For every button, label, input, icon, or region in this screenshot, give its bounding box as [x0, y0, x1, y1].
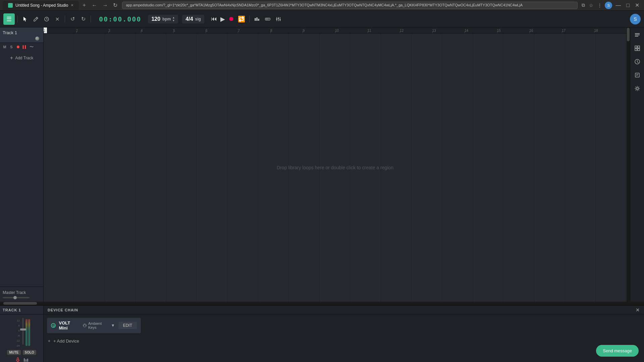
ruler-line-11	[368, 31, 368, 33]
track-lane[interactable]: Drop library loops here or double click …	[44, 34, 627, 302]
power-icon: ⏻	[52, 324, 55, 327]
levels-icon	[23, 357, 29, 362]
mixer-fader-area: 12 6 0 -6 -12 -24	[13, 316, 30, 347]
browser-tab-active[interactable]: Untitled Song - Amped Studio ✕	[3, 1, 79, 10]
toolbar: ☰ ↺ ↻ 00:00.000 120 bpm ▲	[0, 11, 644, 27]
vertical-scrollbar[interactable]	[627, 27, 630, 302]
bottom-record-arm-button[interactable]	[15, 357, 20, 362]
mixer-icon	[275, 16, 281, 22]
menu-icon[interactable]: ⋮	[596, 2, 603, 9]
ruler-mark-18: 18	[594, 27, 598, 33]
right-sidebar-btn-1[interactable]	[633, 30, 642, 40]
track-1-record-button[interactable]	[15, 44, 21, 50]
svg-rect-21	[635, 49, 637, 51]
restore-button[interactable]: □	[624, 2, 632, 9]
right-sidebar-btn-5[interactable]	[633, 84, 642, 93]
ruler-line-14	[465, 31, 465, 33]
right-sidebar-btn-2[interactable]	[633, 44, 642, 53]
track-1-mute-button[interactable]: M	[2, 44, 7, 50]
tempo-up-icon[interactable]: ▲	[172, 16, 175, 19]
rewind-button[interactable]: ⏮	[210, 14, 218, 24]
send-message-button[interactable]: Send message	[596, 345, 639, 357]
svg-point-13	[278, 18, 279, 19]
right-sidebar-btn-4[interactable]	[633, 70, 642, 80]
toolbar-divider-4	[249, 16, 250, 22]
user-avatar[interactable]: S	[630, 14, 641, 24]
svg-point-34	[84, 325, 84, 326]
bottom-levels-button[interactable]	[23, 357, 29, 362]
bottom-top-bar: TRACK 1 DEVICE CHAIN ✕	[0, 306, 644, 314]
redo-button[interactable]: ↻	[78, 14, 88, 24]
quantize-button[interactable]	[252, 14, 262, 24]
ruler-mark-15: 15	[497, 27, 501, 33]
pencil-icon	[33, 16, 39, 22]
tempo-down-icon[interactable]: ▼	[172, 19, 175, 22]
menu-button[interactable]: ☰	[3, 13, 15, 25]
record-button[interactable]: ⏺	[227, 14, 236, 24]
address-bar[interactable]: app.ampedstudio.com/?_gl=1*zkt20c*_ga*MT…	[122, 2, 578, 9]
right-sidebar-btn-3[interactable]	[633, 57, 642, 66]
ruler-line-15	[497, 31, 497, 33]
midi-edit-button[interactable]	[263, 14, 272, 24]
device-chain-close-button[interactable]: ✕	[636, 307, 640, 313]
svg-rect-28	[17, 358, 18, 360]
ruler-line-2	[76, 31, 76, 33]
new-tab-button[interactable]: ＋	[82, 2, 87, 9]
select-tool-button[interactable]	[20, 14, 30, 24]
master-volume-slider[interactable]	[3, 297, 30, 298]
nav-back-button[interactable]: ←	[90, 2, 99, 9]
extensions-icon[interactable]: ⧉	[580, 2, 586, 9]
bottom-track-label: TRACK 1	[0, 306, 44, 314]
undo-button[interactable]: ↺	[68, 14, 77, 24]
svg-point-35	[85, 325, 86, 326]
erase-tool-button[interactable]	[42, 14, 51, 24]
close-window-button[interactable]: ✕	[633, 1, 641, 9]
track-1-levels-button[interactable]: ▌▌	[22, 44, 28, 50]
track-1-volume-knob[interactable]	[35, 37, 39, 41]
add-track-plus-icon: +	[10, 55, 13, 61]
device-power-button[interactable]: ⏻	[51, 323, 56, 328]
tempo-display[interactable]: 120 bpm ▲ ▼	[148, 15, 178, 23]
device-sub-arrow[interactable]: ▼	[111, 323, 115, 328]
svg-rect-6	[265, 18, 270, 20]
ruler-mark-14: 14	[465, 27, 468, 33]
bottom-mixer-strip: 12 6 0 -6 -12 -24	[0, 314, 44, 362]
mute-solo-row: MUTE SOLO	[7, 350, 36, 355]
split-tool-button[interactable]	[53, 14, 62, 24]
bottom-solo-button[interactable]: SOLO	[23, 350, 36, 355]
tab-close-button[interactable]: ✕	[71, 3, 73, 7]
svg-point-27	[636, 87, 638, 89]
nav-reload-button[interactable]: ↻	[111, 1, 119, 9]
bookmark-icon[interactable]: ☆	[588, 2, 595, 9]
tempo-arrows[interactable]: ▲ ▼	[172, 16, 175, 22]
horizontal-scroll-thumb[interactable]	[3, 302, 37, 305]
ruler-line-17	[562, 31, 562, 33]
bottom-mute-button[interactable]: MUTE	[7, 350, 20, 355]
bottom-panel: TRACK 1 DEVICE CHAIN ✕ 12 6 0 -6 -12 -24	[0, 305, 644, 362]
svg-rect-16	[635, 33, 640, 34]
device-edit-button[interactable]: EDIT	[118, 322, 137, 329]
channel-fader[interactable]	[22, 318, 23, 345]
nav-forward-button[interactable]: →	[100, 2, 110, 9]
mix-button[interactable]	[274, 14, 283, 24]
track-1-volume-row	[3, 35, 41, 41]
add-track-button[interactable]: + Add Track	[0, 51, 43, 65]
track-1-controls: M S ▌▌ 〜	[0, 43, 43, 51]
add-device-button[interactable]: ＋ + Add Device	[47, 336, 641, 346]
loop-button[interactable]: 🔁	[236, 14, 247, 24]
minimize-button[interactable]: —	[613, 2, 623, 9]
svg-rect-32	[27, 359, 28, 362]
svg-rect-5	[258, 19, 259, 21]
vu-left	[25, 319, 28, 346]
play-button[interactable]: ▶	[219, 14, 226, 24]
draw-tool-button[interactable]	[31, 14, 41, 24]
track-1-automation-button[interactable]: 〜	[29, 44, 34, 50]
ruler-line-18	[594, 31, 594, 33]
svg-rect-18	[635, 36, 638, 37]
track-1-solo-button[interactable]: S	[9, 44, 14, 50]
time-sig-display[interactable]: 4/4 sig	[182, 15, 204, 23]
device-sub-label: Ambient Keys	[88, 321, 110, 329]
horizontal-scrollbar[interactable]	[0, 302, 644, 305]
profile-avatar[interactable]: S	[605, 2, 612, 9]
vertical-scroll-thumb[interactable]	[627, 28, 630, 41]
